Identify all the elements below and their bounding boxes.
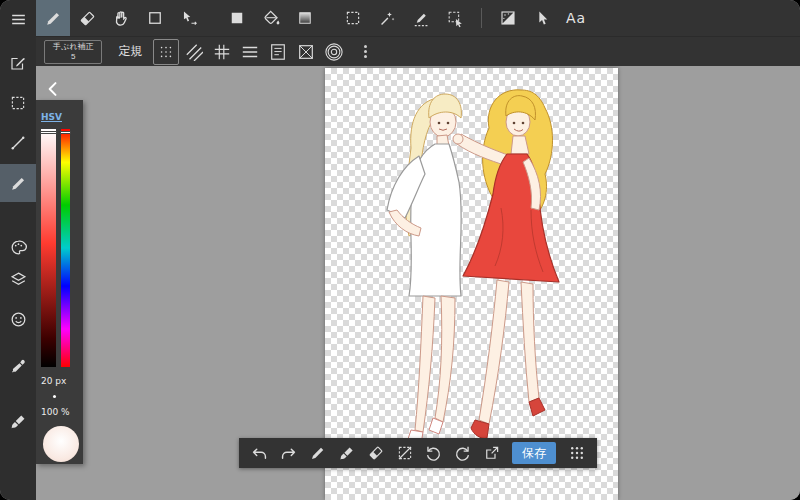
- quick-eraser-button[interactable]: [361, 438, 390, 468]
- bucket-tool-button[interactable]: [254, 0, 288, 36]
- sidebar-select-button[interactable]: [0, 84, 36, 122]
- select-deform-tool-button[interactable]: [438, 0, 472, 36]
- rotate-ccw-icon: [424, 444, 443, 463]
- artwork-illustration: [325, 68, 618, 500]
- ruler-snap-grid-button[interactable]: [153, 39, 179, 65]
- text-tool-label: Aa: [566, 10, 586, 26]
- sv-bar-handle[interactable]: [40, 131, 57, 134]
- hand-icon: [112, 9, 131, 28]
- lined-document-icon: [269, 43, 287, 61]
- save-button[interactable]: 保存: [512, 442, 556, 464]
- select-pen-icon: [412, 9, 431, 28]
- palette-icon: [9, 238, 28, 257]
- color-bars: [41, 129, 83, 367]
- opacity-label: 100 %: [41, 407, 83, 417]
- canvas-area: 保存: [36, 66, 800, 500]
- cursor-arrow-icon: [533, 9, 552, 28]
- quick-pen-button[interactable]: [303, 438, 332, 468]
- hue-bar-handle[interactable]: [60, 131, 71, 134]
- saturation-value-bar[interactable]: [41, 129, 56, 367]
- brush-size-label: 20 px: [41, 376, 83, 386]
- hand-tool-button[interactable]: [104, 0, 138, 36]
- ruler-horizontal-button[interactable]: [237, 39, 263, 65]
- ruler-more-button[interactable]: [356, 41, 375, 62]
- gradient-tool-button[interactable]: [288, 0, 322, 36]
- back-button[interactable]: [40, 76, 66, 102]
- ruler-concentric-button[interactable]: [321, 39, 347, 65]
- smiley-face-icon: [9, 310, 28, 329]
- select-pen-tool-button[interactable]: [404, 0, 438, 36]
- magic-wand-icon: [378, 9, 397, 28]
- dots-grid-icon: [569, 445, 585, 461]
- text-tool-button[interactable]: Aa: [559, 0, 593, 36]
- bottom-toolbar: 保存: [239, 438, 597, 468]
- snap-grid-icon: [158, 44, 174, 60]
- chevron-left-icon: [43, 79, 63, 99]
- redo-icon: [279, 444, 298, 463]
- shape-tool-button[interactable]: [138, 0, 172, 36]
- brush-color-preview[interactable]: [43, 426, 79, 462]
- rotate-right-button[interactable]: [448, 438, 477, 468]
- pen-icon: [44, 9, 63, 28]
- cursor-tool-button[interactable]: [525, 0, 559, 36]
- rotate-left-button[interactable]: [419, 438, 448, 468]
- dashed-select-icon: [9, 94, 27, 112]
- brush-size-dot: [53, 395, 56, 398]
- ruler-parallel-button[interactable]: [181, 39, 207, 65]
- ruler-cross-button[interactable]: [293, 39, 319, 65]
- hamburger-menu-icon: [9, 10, 28, 29]
- stabilizer-button[interactable]: 手ぶれ補正 5: [44, 40, 102, 64]
- deselect-button[interactable]: [390, 438, 419, 468]
- select-rect-tool-button[interactable]: [336, 0, 370, 36]
- toolbar-divider: [481, 8, 482, 28]
- brush-icon: [9, 412, 28, 431]
- ruler-grid-button[interactable]: [209, 39, 235, 65]
- rectangle-icon: [146, 9, 164, 27]
- select-move-icon: [446, 9, 465, 28]
- drawing-canvas[interactable]: [325, 68, 618, 500]
- pen-icon: [309, 444, 327, 462]
- sidebar-layers-button[interactable]: [0, 260, 36, 298]
- paint-bucket-icon: [262, 9, 281, 28]
- redo-button[interactable]: [274, 438, 303, 468]
- quick-brush-button[interactable]: [332, 438, 361, 468]
- sidebar-eyedropper-button[interactable]: [0, 348, 36, 386]
- magic-wand-tool-button[interactable]: [370, 0, 404, 36]
- edit-square-icon: [9, 54, 27, 72]
- halftone-icon: [499, 9, 517, 27]
- grid-menu-button[interactable]: [562, 438, 591, 468]
- pen-tool-button[interactable]: [36, 0, 70, 36]
- hue-bar[interactable]: [61, 129, 70, 367]
- gradient-icon: [296, 9, 314, 27]
- stabilizer-label: 手ぶれ補正: [53, 42, 93, 51]
- undo-button[interactable]: [245, 438, 274, 468]
- eraser-icon: [78, 9, 97, 28]
- concentric-circles-icon: [325, 43, 343, 61]
- sidebar-line-button[interactable]: [0, 124, 36, 162]
- transform-cursor-icon: [180, 9, 199, 28]
- ruler-section-label: 定規: [118, 43, 142, 60]
- sidebar-pen-button[interactable]: [0, 164, 36, 202]
- dashed-rect-icon: [344, 9, 362, 27]
- sidebar-edit-button[interactable]: [0, 44, 36, 82]
- deselect-icon: [396, 444, 414, 462]
- hsv-mode-link[interactable]: HSV: [41, 112, 62, 122]
- sidebar-menu-button[interactable]: [0, 0, 36, 38]
- rotate-cw-icon: [453, 444, 472, 463]
- ruler-document-button[interactable]: [265, 39, 291, 65]
- brush-icon: [338, 444, 356, 462]
- sidebar-brush-button[interactable]: [0, 402, 36, 440]
- parallel-lines-icon: [185, 43, 203, 61]
- stabilizer-value: 5: [71, 52, 75, 61]
- halftone-tool-button[interactable]: [491, 0, 525, 36]
- color-panel: HSV 20 px 100 %: [36, 100, 83, 464]
- sidebar-material-button[interactable]: [0, 300, 36, 338]
- left-sidebar: [0, 0, 36, 500]
- ruler-toolbar: 手ぶれ補正 5 定規: [36, 36, 800, 66]
- horizontal-lines-icon: [241, 43, 259, 61]
- eraser-tool-button[interactable]: [70, 0, 104, 36]
- more-vert-icon: [364, 45, 367, 48]
- transform-tool-button[interactable]: [172, 0, 206, 36]
- export-button[interactable]: [477, 438, 506, 468]
- fill-rect-tool-button[interactable]: [220, 0, 254, 36]
